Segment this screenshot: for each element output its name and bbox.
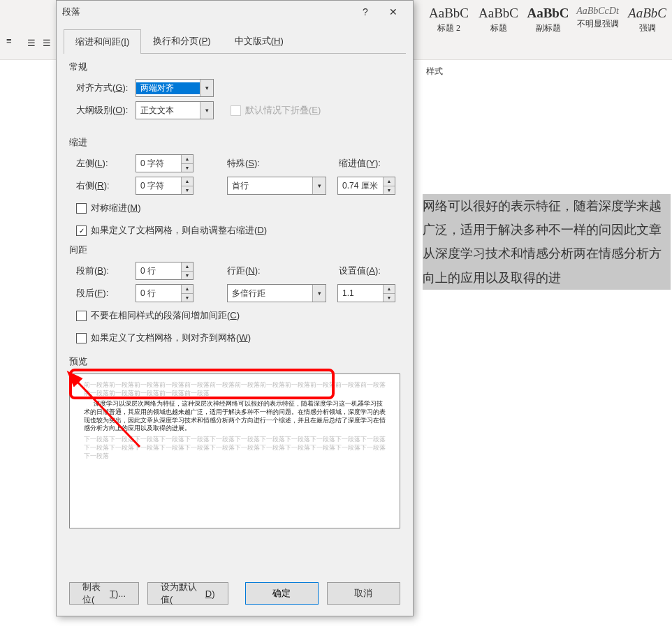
align-left-button[interactable]: ☰ bbox=[24, 31, 38, 54]
spin-up-icon[interactable]: ▲ bbox=[182, 262, 193, 272]
style-subtitle[interactable]: AaBbC 副标题 bbox=[523, 3, 573, 37]
indent-right-label: 右侧(R): bbox=[76, 179, 136, 192]
space-after-label: 段后(F): bbox=[76, 287, 136, 299]
alignment-label: 对齐方式(G): bbox=[76, 82, 136, 94]
spin-down-icon[interactable]: ▼ bbox=[182, 164, 193, 172]
indent-by-label: 缩进值(Y): bbox=[339, 157, 381, 170]
chevron-down-icon: ▾ bbox=[200, 102, 213, 119]
no-space-same-style-checkbox[interactable]: 不要在相同样式的段落间增加间距(C) bbox=[76, 309, 240, 322]
space-before-label: 段前(B): bbox=[76, 265, 136, 277]
style-title[interactable]: AaBbC 标题 bbox=[474, 3, 523, 37]
chevron-down-icon: ▾ bbox=[200, 80, 213, 96]
line-spacing-select[interactable]: 多倍行距 ▾ bbox=[227, 284, 326, 302]
dialog-actions: 制表位(T)... 设为默认值(D) 确定 取消 bbox=[69, 582, 400, 605]
cancel-button[interactable]: 取消 bbox=[327, 582, 400, 605]
indent-heading: 缩进 bbox=[69, 136, 400, 149]
spin-up-icon[interactable]: ▲ bbox=[182, 177, 193, 186]
preview-box: 前一段落前一段落前一段落前一段落前一段落前一段落前一段落前一段落前一段落前一段落… bbox=[69, 373, 400, 528]
indent-left-label: 左侧(L): bbox=[76, 157, 136, 170]
styles-gallery: AaBbC 标题 2 AaBbC 标题 AaBbC 副标题 AaBbCcDt 不… bbox=[420, 0, 672, 59]
dialog-titlebar: 段落 ? ✕ bbox=[57, 1, 413, 23]
alignment-select[interactable]: 两端对齐 ▾ bbox=[136, 79, 214, 97]
indent-left-input[interactable]: 0 字符 ▲▼ bbox=[136, 154, 193, 172]
dialog-tabs: 缩进和间距(I) 换行和分页(P) 中文版式(H) bbox=[64, 29, 406, 54]
space-before-input[interactable]: 0 行 ▲▼ bbox=[136, 262, 193, 280]
spin-up-icon[interactable]: ▲ bbox=[182, 285, 193, 294]
line-spacing-button[interactable]: ≡ bbox=[3, 31, 23, 54]
checkbox-icon bbox=[76, 333, 87, 343]
spin-up-icon[interactable]: ▲ bbox=[384, 177, 395, 186]
tab-asian-typography[interactable]: 中文版式(H) bbox=[223, 29, 295, 53]
snap-to-grid-checkbox[interactable]: 如果定义了文档网格，则对齐到网格(W) bbox=[76, 332, 251, 344]
dialog-title: 段落 bbox=[62, 6, 351, 18]
spacing-heading: 间距 bbox=[69, 244, 400, 256]
collapse-checkbox: 默认情况下折叠(E) bbox=[231, 104, 321, 117]
checkbox-icon bbox=[76, 311, 87, 321]
spin-up-icon[interactable]: ▲ bbox=[182, 155, 193, 164]
space-after-input[interactable]: 0 行 ▲▼ bbox=[136, 284, 193, 302]
set-default-button[interactable]: 设为默认值(D) bbox=[147, 582, 228, 605]
auto-adjust-indent-checkbox[interactable]: ✓ 如果定义了文档网格，则自动调整右缩进(D) bbox=[76, 224, 267, 237]
checkbox-icon bbox=[76, 203, 87, 214]
tabs-button[interactable]: 制表位(T)... bbox=[69, 582, 139, 605]
indent-right-input[interactable]: 0 字符 ▲▼ bbox=[136, 177, 193, 195]
ok-button[interactable]: 确定 bbox=[245, 582, 319, 605]
document-body-text: 网络可以很好的表示特征，随着深度学来越广泛，适用于解决多种不一样的问因此文章从深… bbox=[423, 194, 671, 290]
help-button[interactable]: ? bbox=[351, 1, 379, 23]
align-center-button[interactable]: ☰ bbox=[40, 31, 54, 54]
mirror-indent-checkbox[interactable]: 对称缩进(M) bbox=[76, 202, 141, 214]
tab-indent-spacing[interactable]: 缩进和间距(I) bbox=[64, 29, 141, 54]
general-heading: 常规 bbox=[69, 61, 400, 73]
spin-down-icon[interactable]: ▼ bbox=[384, 186, 395, 195]
styles-section-label: 样式 bbox=[426, 66, 443, 77]
outline-select[interactable]: 正文文本 ▾ bbox=[136, 101, 214, 119]
preview-heading: 预览 bbox=[69, 355, 400, 368]
dialog-body: 常规 对齐方式(G): 两端对齐 ▾ 大纲级别(O): 正文文本 ▾ 默认情况下… bbox=[57, 54, 413, 540]
close-button[interactable]: ✕ bbox=[379, 1, 407, 23]
style-subtle-emphasis[interactable]: AaBbCcDt 不明显强调 bbox=[573, 3, 622, 37]
spin-down-icon[interactable]: ▼ bbox=[182, 186, 193, 195]
outline-label: 大纲级别(O): bbox=[76, 104, 136, 117]
indent-by-input[interactable]: 0.74 厘米 ▲▼ bbox=[337, 177, 395, 195]
tab-line-page-breaks[interactable]: 换行和分页(P) bbox=[141, 29, 222, 53]
special-select[interactable]: 首行 ▾ bbox=[227, 177, 326, 195]
spin-up-icon[interactable]: ▲ bbox=[384, 285, 395, 294]
spin-down-icon[interactable]: ▼ bbox=[384, 294, 395, 302]
style-emphasis[interactable]: AaBbC 强调 bbox=[622, 3, 672, 37]
chevron-down-icon: ▾ bbox=[312, 285, 326, 302]
checkbox-icon: ✓ bbox=[76, 225, 87, 236]
spacing-at-label: 设置值(A): bbox=[339, 265, 381, 277]
spacing-at-input[interactable]: 1.1 ▲▼ bbox=[337, 284, 395, 302]
spin-down-icon[interactable]: ▼ bbox=[182, 272, 193, 280]
spin-down-icon[interactable]: ▼ bbox=[182, 294, 193, 302]
special-label: 特殊(S): bbox=[227, 157, 276, 170]
style-heading2[interactable]: AaBbC 标题 2 bbox=[424, 3, 474, 37]
chevron-down-icon: ▾ bbox=[312, 177, 326, 194]
paragraph-dialog: 段落 ? ✕ 缩进和间距(I) 换行和分页(P) 中文版式(H) 常规 对齐方式… bbox=[56, 0, 414, 616]
line-spacing-label: 行距(N): bbox=[227, 265, 276, 277]
checkbox-icon bbox=[231, 105, 241, 116]
